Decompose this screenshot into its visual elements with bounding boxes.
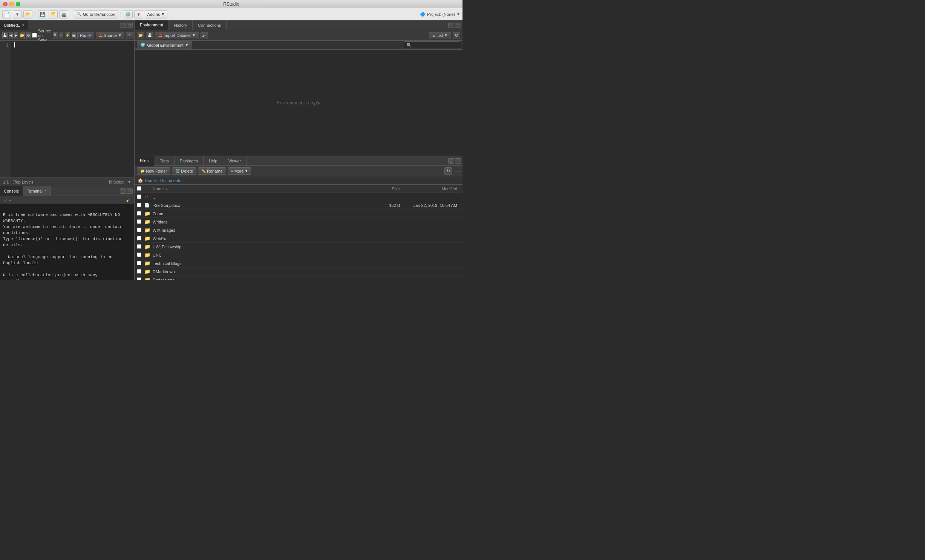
addins-button[interactable]: Addins ▼ (145, 10, 168, 18)
file-check-uw[interactable] (137, 244, 141, 249)
console-maximize-btn[interactable]: □ (127, 188, 133, 194)
file-check-techblogs[interactable] (137, 261, 141, 265)
file-row-rmarkdown[interactable]: 📁 RMarkdown (135, 268, 462, 276)
console-tab[interactable]: Console (0, 186, 23, 196)
editor-area[interactable]: 1 (0, 41, 134, 177)
files-maximize-btn[interactable]: □ (455, 158, 461, 164)
more-btn[interactable]: ⚙ More ▼ (228, 167, 251, 175)
tab-plots[interactable]: Plots (154, 156, 174, 166)
editor-compile-btn[interactable]: ⚙ (26, 32, 31, 39)
file-row-writings[interactable]: 📁 Writings (135, 218, 462, 226)
console-minimize-btn[interactable]: _ (120, 188, 126, 194)
import-dataset-btn[interactable]: 📥 Import Dataset ▼ (155, 32, 199, 39)
file-check-wix[interactable] (137, 228, 141, 232)
new-file-button[interactable]: 📄 (2, 10, 11, 18)
env-load-btn[interactable]: 📂 (137, 32, 144, 39)
editor-maximize-btn[interactable]: □ (127, 23, 133, 28)
file-check-writings[interactable] (137, 219, 141, 224)
source-button[interactable]: 📥 Source ▼ (96, 32, 124, 39)
files-refresh-btn[interactable]: ↻ (444, 167, 452, 175)
file-row-zoom[interactable]: 📁 Zoom (135, 210, 462, 218)
tab-connections[interactable]: Connections (193, 20, 227, 30)
maximize-button[interactable] (16, 2, 20, 6)
editor-tab-close[interactable]: × (22, 23, 24, 27)
tab-environment[interactable]: Environment (135, 20, 169, 30)
file-row-uw[interactable]: 📁 UW; Fellowship (135, 243, 462, 251)
tools-dropdown[interactable]: ▼ (134, 10, 143, 18)
tab-packages[interactable]: Packages (175, 156, 204, 166)
env-maximize-btn[interactable]: □ (455, 23, 461, 28)
script-type-dropdown[interactable]: ▼ (127, 180, 131, 184)
env-refresh-btn[interactable]: ↻ (453, 32, 460, 39)
rename-btn[interactable]: ✏️ Rename (198, 167, 226, 175)
file-row-professional[interactable]: 📁 Professional (135, 276, 462, 280)
file-name-col-header[interactable]: Name ▲ (151, 187, 370, 191)
file-row-techblogs[interactable]: 📁 Technical Blogs (135, 259, 462, 268)
file-row-wix[interactable]: 📁 WIX Images (135, 226, 462, 234)
file-check-webex[interactable] (137, 236, 141, 240)
editor-forward-btn[interactable]: ▶ (14, 32, 18, 39)
minimize-button[interactable] (9, 2, 14, 6)
print-button[interactable]: 🖨️ (59, 10, 68, 18)
close-button[interactable] (3, 2, 8, 6)
home-icon[interactable]: 🏠 (138, 178, 143, 183)
editor-tab-untitled1[interactable]: Untitled1 × (0, 20, 28, 30)
editor-options-btn[interactable]: ≡ (126, 32, 133, 39)
tab-history[interactable]: History (169, 20, 193, 30)
tab-files[interactable]: Files (135, 156, 154, 166)
console-line-2: You are welcome to redistribute it under… (3, 224, 131, 236)
file-modified-col-header[interactable]: Modified (400, 187, 460, 191)
file-row-webex[interactable]: 📁 WebEx (135, 234, 462, 243)
console-header: ~/ → 🧹 (0, 196, 134, 204)
list-toggle-btn[interactable]: ☰ List ▼ (429, 32, 451, 39)
file-check-unc[interactable] (137, 252, 141, 257)
tab-viewer[interactable]: Viewer (223, 156, 247, 166)
console-panel: Console Terminal × _ □ ~/ → 🧹 R is free … (0, 186, 134, 280)
env-search-box[interactable]: 🔍 (404, 41, 460, 49)
file-check-professional[interactable] (137, 277, 141, 280)
files-more-options-btn[interactable]: ⋯ (453, 168, 460, 174)
delete-btn[interactable]: 🗑️ Delete (172, 167, 196, 175)
code-editor[interactable] (11, 41, 134, 177)
new-folder-btn[interactable]: 📁 New Folder (137, 167, 170, 175)
editor-code-tools-btn[interactable]: ⚡ (65, 32, 70, 39)
file-row-parent[interactable]: ↩ .. (135, 193, 462, 201)
tools-button[interactable]: ⚙️ (124, 10, 133, 18)
file-row-0[interactable]: 📄 ~$e Story.docx 162 B Jan 22, 2019, 10:… (135, 201, 462, 210)
env-minimize-btn[interactable]: _ (448, 23, 454, 28)
env-save-btn[interactable]: 💾 (146, 32, 153, 39)
select-all-checkbox[interactable] (137, 186, 141, 191)
terminal-close[interactable]: × (44, 189, 47, 193)
editor-chunk-btn[interactable]: ▣ (72, 32, 76, 39)
save-button[interactable]: 💾 (38, 10, 47, 18)
file-check-rmarkdown[interactable] (137, 269, 141, 274)
source-on-save-checkbox[interactable] (32, 33, 37, 38)
run-button[interactable]: Run ▶ (77, 32, 94, 39)
new-script-button[interactable]: ▼ (13, 10, 22, 18)
editor-search-btn[interactable]: 🔍 (53, 32, 58, 39)
breadcrumb-documents[interactable]: Documents (160, 178, 181, 183)
file-check-zoom[interactable] (137, 211, 141, 216)
file-size-col-header[interactable]: Size (370, 187, 400, 191)
window-controls[interactable] (3, 2, 20, 6)
console-area[interactable]: R is free software and comes with ABSOLU… (0, 204, 134, 280)
file-check-0[interactable] (137, 203, 141, 207)
global-env-dropdown[interactable]: 🌍 Global Environment ▼ (137, 41, 192, 49)
editor-spellcheck-btn[interactable]: ✓ (60, 32, 63, 39)
terminal-tab[interactable]: Terminal × (23, 186, 51, 196)
save-all-button[interactable]: 🗂️ (49, 10, 58, 18)
tab-help[interactable]: Help (204, 156, 223, 166)
editor-back-btn[interactable]: ◀ (9, 32, 13, 39)
console-clear-btn[interactable]: 🧹 (126, 197, 131, 202)
env-clear-btn[interactable]: 🧹 (201, 32, 208, 39)
editor-save-btn[interactable]: 💾 (2, 32, 8, 39)
files-minimize-btn[interactable]: _ (448, 158, 454, 164)
breadcrumb-home[interactable]: Home (145, 178, 156, 183)
file-row-unc[interactable]: 📁 UNC (135, 251, 462, 259)
editor-show-in-folder[interactable]: 📂 (20, 32, 25, 39)
editor-minimize-btn[interactable]: _ (120, 23, 126, 28)
file-check-parent[interactable] (137, 194, 141, 199)
go-to-file-button[interactable]: 🔍 Go to file/function (74, 10, 118, 18)
source-on-save-label[interactable]: Source on Save (32, 29, 51, 42)
open-file-button[interactable]: 📂 (23, 10, 32, 18)
